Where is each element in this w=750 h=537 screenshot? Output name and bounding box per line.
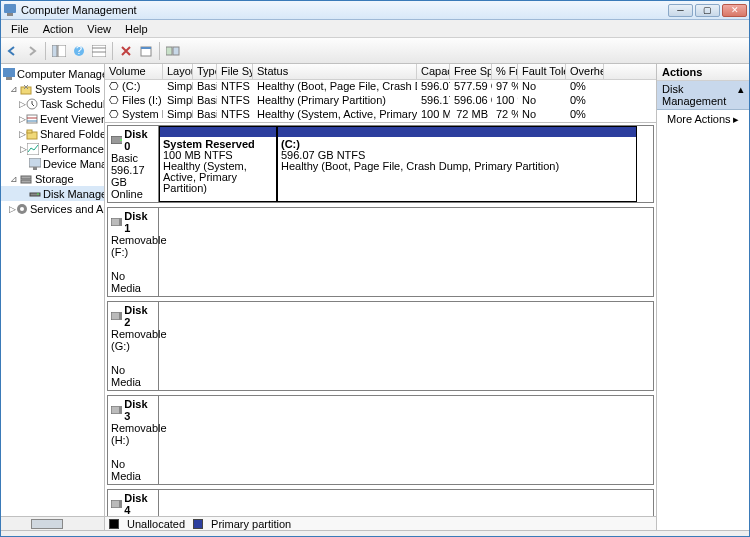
- maximize-button[interactable]: ▢: [695, 4, 720, 17]
- disk-row[interactable]: Disk 0Basic596.17 GBOnlineSystem Reserve…: [107, 125, 654, 203]
- disk-info: Disk 2Removable (G:)No Media: [108, 302, 159, 390]
- statusbar: [1, 530, 749, 536]
- legend: Unallocated Primary partition: [105, 516, 656, 530]
- properties-icon[interactable]: [137, 42, 155, 60]
- disk-row[interactable]: Disk 3Removable (H:)No Media: [107, 395, 654, 485]
- svg-point-32: [120, 139, 122, 141]
- tree-services[interactable]: ▷Services and Applications: [1, 201, 104, 216]
- svg-rect-23: [29, 158, 41, 167]
- disk-row[interactable]: Disk 1Removable (F:)No Media: [107, 207, 654, 297]
- actions-pane: Actions Disk Management▴ More Actions▸: [656, 64, 749, 530]
- partition[interactable]: System Reserved100 MB NTFSHealthy (Syste…: [159, 126, 277, 202]
- svg-rect-0: [4, 4, 16, 13]
- tree-device-manager[interactable]: Device Manager: [1, 156, 104, 171]
- collapse-icon: ▴: [738, 83, 744, 107]
- titlebar: Computer Management ─ ▢ ✕: [1, 1, 749, 20]
- tree-disk-management[interactable]: Disk Management: [1, 186, 104, 201]
- disk-row[interactable]: Disk 2Removable (G:)No Media: [107, 301, 654, 391]
- tree-scrollbar[interactable]: [1, 516, 104, 530]
- disk-info: Disk 3Removable (H:)No Media: [108, 396, 159, 484]
- menubar: File Action View Help: [1, 20, 749, 38]
- svg-point-28: [37, 193, 39, 195]
- delete-icon[interactable]: [117, 42, 135, 60]
- tree-task-scheduler[interactable]: ▷Task Scheduler: [1, 96, 104, 111]
- menu-view[interactable]: View: [81, 21, 117, 37]
- svg-text:?: ?: [76, 45, 82, 56]
- svg-rect-17: [27, 115, 37, 123]
- svg-rect-14: [6, 77, 12, 80]
- settings-icon[interactable]: [164, 42, 182, 60]
- help-button[interactable]: ?: [70, 42, 88, 60]
- view-button[interactable]: [90, 42, 108, 60]
- tree-shared-folders[interactable]: ▷Shared Folders: [1, 126, 104, 141]
- svg-rect-10: [141, 47, 151, 49]
- close-button[interactable]: ✕: [722, 4, 747, 17]
- back-button[interactable]: [3, 42, 21, 60]
- volume-row[interactable]: ⎔ Files (I:)SimpleBasicNTFSHealthy (Prim…: [105, 94, 656, 108]
- tree-event-viewer[interactable]: ▷Event Viewer: [1, 111, 104, 126]
- partition[interactable]: (C:)596.07 GB NTFSHealthy (Boot, Page Fi…: [277, 126, 637, 202]
- legend-unallocated-swatch: [109, 519, 119, 529]
- disk-info: Disk 0Basic596.17 GBOnline: [108, 126, 159, 202]
- svg-rect-15: [21, 87, 31, 94]
- disk-graphical-view[interactable]: Disk 0Basic596.17 GBOnlineSystem Reserve…: [105, 123, 656, 516]
- tree-system-tools[interactable]: ⊿System Tools: [1, 81, 104, 96]
- navigation-tree[interactable]: Computer Management (Local ⊿System Tools…: [1, 64, 105, 530]
- svg-rect-25: [21, 176, 31, 179]
- forward-button[interactable]: [23, 42, 41, 60]
- legend-primary-swatch: [193, 519, 203, 529]
- tree-storage[interactable]: ⊿Storage: [1, 171, 104, 186]
- actions-more[interactable]: More Actions▸: [657, 110, 749, 129]
- svg-point-30: [20, 207, 24, 211]
- svg-rect-11: [166, 47, 172, 55]
- toolbar: ?: [1, 38, 749, 64]
- menu-help[interactable]: Help: [119, 21, 154, 37]
- svg-rect-36: [119, 312, 122, 320]
- svg-rect-21: [27, 130, 32, 133]
- volume-header[interactable]: VolumeLayoutTypeFile SystemStatusCapacit…: [105, 64, 656, 80]
- actions-header: Actions: [657, 64, 749, 81]
- svg-rect-40: [119, 500, 122, 508]
- disk-info: Disk 1Removable (F:)No Media: [108, 208, 159, 296]
- svg-rect-6: [92, 45, 106, 57]
- svg-rect-3: [58, 45, 66, 57]
- chevron-right-icon: ▸: [733, 113, 739, 126]
- svg-rect-24: [33, 167, 37, 170]
- show-hide-tree-button[interactable]: [50, 42, 68, 60]
- actions-context[interactable]: Disk Management▴: [657, 81, 749, 110]
- volume-row[interactable]: ⎔ System ReservedSimpleBasicNTFSHealthy …: [105, 108, 656, 122]
- menu-file[interactable]: File: [5, 21, 35, 37]
- app-icon: [3, 3, 17, 17]
- svg-rect-2: [52, 45, 57, 57]
- svg-rect-38: [119, 406, 122, 414]
- volume-row[interactable]: ⎔ (C:)SimpleBasicNTFSHealthy (Boot, Page…: [105, 80, 656, 94]
- svg-rect-26: [21, 180, 31, 183]
- disk-row[interactable]: Disk 4Removable (J:)No Media: [107, 489, 654, 516]
- svg-rect-1: [7, 13, 13, 16]
- tree-root[interactable]: Computer Management (Local: [1, 66, 104, 81]
- tree-performance[interactable]: ▷Performance: [1, 141, 104, 156]
- menu-action[interactable]: Action: [37, 21, 80, 37]
- minimize-button[interactable]: ─: [668, 4, 693, 17]
- window-title: Computer Management: [21, 4, 137, 16]
- volume-table: VolumeLayoutTypeFile SystemStatusCapacit…: [105, 64, 656, 123]
- svg-rect-12: [173, 47, 179, 55]
- disk-info: Disk 4Removable (J:)No Media: [108, 490, 159, 516]
- svg-rect-34: [119, 218, 122, 226]
- svg-rect-13: [3, 68, 15, 77]
